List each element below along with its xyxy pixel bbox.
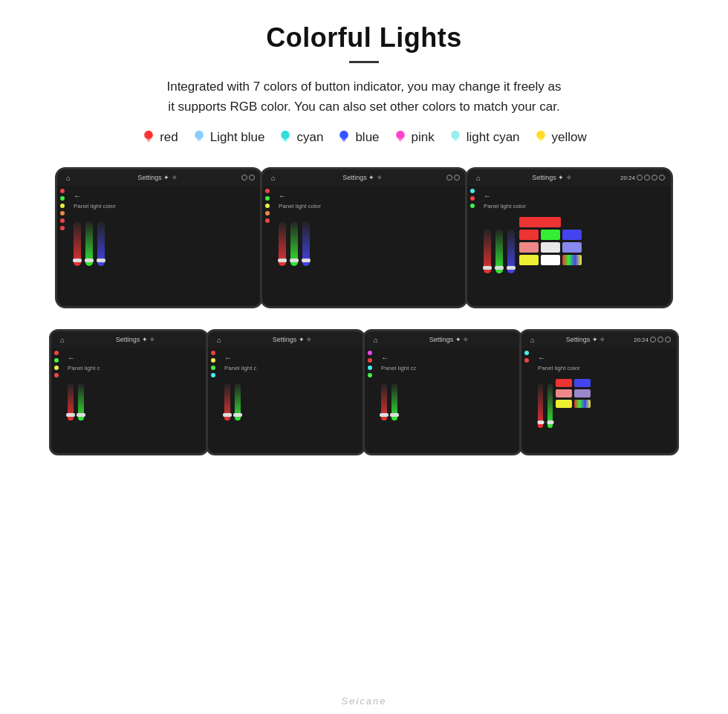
slider-handle-11[interactable] xyxy=(77,413,85,417)
swatch-7-pink[interactable] xyxy=(556,389,572,397)
svg-rect-5 xyxy=(198,141,201,143)
sidebar-6 xyxy=(365,348,375,453)
sidebar-dot-2-4 xyxy=(54,358,59,363)
sidebar-dot-red-2 xyxy=(265,189,270,193)
device-content-7: ← Panel light color xyxy=(532,348,677,453)
slider-handle-12[interactable] xyxy=(223,413,232,417)
sliders-6 xyxy=(381,376,514,421)
swatch-blue[interactable] xyxy=(562,230,582,240)
swatch-red-wide[interactable] xyxy=(519,217,561,227)
swatch-row-7-3 xyxy=(556,400,591,408)
slider-handle-7[interactable] xyxy=(483,266,492,270)
sidebar-dot-1-7 xyxy=(524,351,529,355)
slider-handle-3[interactable] xyxy=(97,259,105,262)
sidebar-dot-4-5 xyxy=(211,373,215,377)
slider-green-6[interactable] xyxy=(391,383,397,421)
color-swatches-7 xyxy=(556,379,591,428)
topbar-label-2: Settings ✦ ✧ xyxy=(282,174,443,181)
sidebar-dot-orange-1 xyxy=(60,211,65,215)
swatch-pink[interactable] xyxy=(519,242,539,253)
svg-rect-19 xyxy=(539,139,542,141)
slider-handle-13[interactable] xyxy=(233,413,242,417)
description-text: Integrated with 7 colors of button indic… xyxy=(45,77,683,117)
slider-red-3[interactable] xyxy=(484,229,491,273)
slider-handle-16[interactable] xyxy=(537,421,544,424)
sidebar-dot-2-7 xyxy=(524,358,529,363)
swatch-red[interactable] xyxy=(519,230,539,240)
svg-rect-11 xyxy=(342,141,345,143)
slider-red-4[interactable] xyxy=(68,383,74,421)
swatch-7-blue[interactable] xyxy=(574,379,591,387)
swatch-green[interactable] xyxy=(541,230,560,240)
svg-point-9 xyxy=(340,131,349,140)
topbar-time-7: 20:24 xyxy=(634,337,649,343)
back-arrow-5: ← xyxy=(224,354,357,362)
bulb-blue-icon xyxy=(337,130,351,145)
home-icon-5: ⌂ xyxy=(214,334,224,345)
panel-title-4: Panel light c xyxy=(68,365,201,371)
slider-blue-2[interactable] xyxy=(302,221,310,266)
swatch-7-yellow[interactable] xyxy=(556,400,572,408)
swatch-7-red-wide[interactable] xyxy=(556,379,572,387)
device-content-3: ← Panel light color xyxy=(478,186,671,306)
swatch-row-1 xyxy=(519,217,582,227)
topbar-icons-1 xyxy=(241,175,255,181)
swatch-row-3 xyxy=(519,242,582,253)
color-red-label: red xyxy=(160,130,178,145)
topbar-dot-4 xyxy=(454,175,460,181)
slider-green-3[interactable] xyxy=(495,229,503,273)
topbar-dot-11 xyxy=(665,337,671,343)
panel-title-1: Panel light color xyxy=(74,203,255,210)
slider-handle-5[interactable] xyxy=(290,259,299,262)
swatch-multicolor[interactable] xyxy=(562,255,582,265)
topbar-1: ⌂ Settings ✦ ✧ xyxy=(57,169,261,186)
sidebar-dot-red-3 xyxy=(470,196,475,201)
slider-handle-8[interactable] xyxy=(495,266,504,270)
slider-handle-6[interactable] xyxy=(302,259,311,262)
device-screen-2: ⌂ Settings ✦ ✧ ← Panel light color xyxy=(260,167,468,308)
swatch-7-purple[interactable] xyxy=(574,389,591,397)
slider-green-7[interactable] xyxy=(547,383,553,428)
slider-red-2[interactable] xyxy=(279,221,286,266)
slider-handle-2[interactable] xyxy=(85,259,94,262)
slider-red-6[interactable] xyxy=(381,383,387,421)
sidebar-dot-3-6 xyxy=(368,366,372,370)
swatch-lightblue[interactable] xyxy=(562,242,582,253)
color-yellow: yellow xyxy=(533,130,587,145)
swatch-yellow[interactable] xyxy=(519,255,539,265)
svg-rect-7 xyxy=(284,139,287,141)
svg-rect-10 xyxy=(342,139,346,141)
slider-handle-10[interactable] xyxy=(66,413,75,417)
slider-handle-15[interactable] xyxy=(390,413,399,417)
slider-handle-9[interactable] xyxy=(507,266,516,270)
swatch-7-multi[interactable] xyxy=(574,400,591,408)
slider-red-5[interactable] xyxy=(224,383,230,421)
topbar-label-1: Settings ✦ ✧ xyxy=(77,174,238,181)
sidebar-dot-green-3 xyxy=(470,204,475,208)
color-lightcyan-label: light cyan xyxy=(467,130,520,145)
slider-handle-4[interactable] xyxy=(278,259,287,262)
slider-red-7[interactable] xyxy=(538,383,543,428)
svg-rect-20 xyxy=(539,141,542,143)
panel-title-5: Panel light c xyxy=(224,365,357,371)
slider-blue-3[interactable] xyxy=(507,229,515,273)
slider-handle-1[interactable] xyxy=(73,259,82,262)
topbar-dot-1 xyxy=(241,175,247,181)
sidebar-dot-orange-2 xyxy=(265,211,270,215)
swatch-white[interactable] xyxy=(541,242,560,253)
slider-green-1[interactable] xyxy=(85,221,93,266)
sidebar-dot-red3-1 xyxy=(60,226,65,230)
home-icon-1: ⌂ xyxy=(63,172,74,183)
topbar-3: ⌂ Settings ✦ ✧ 20:24 xyxy=(467,169,671,186)
swatch-white2[interactable] xyxy=(541,255,560,265)
sidebar-dot-1-6 xyxy=(368,351,372,355)
bulb-yellow-icon xyxy=(533,130,548,145)
slider-blue-1[interactable] xyxy=(97,221,105,266)
slider-green-5[interactable] xyxy=(235,383,241,421)
slider-green-4[interactable] xyxy=(78,383,84,421)
topbar-dot-10 xyxy=(657,337,663,343)
slider-handle-14[interactable] xyxy=(380,413,389,417)
slider-handle-17[interactable] xyxy=(547,421,553,424)
slider-red-1[interactable] xyxy=(74,221,81,266)
slider-green-2[interactable] xyxy=(290,221,298,266)
